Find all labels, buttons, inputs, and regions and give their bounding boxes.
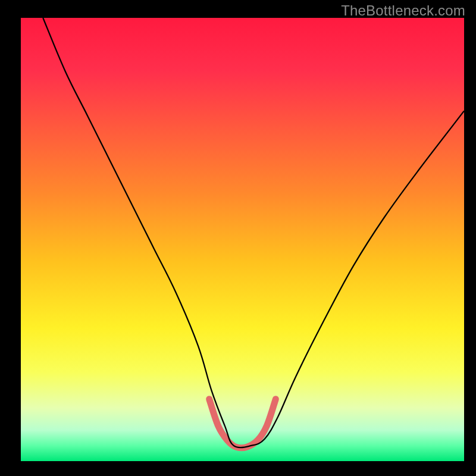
valley-highlight	[209, 399, 276, 448]
plot-area	[21, 18, 464, 461]
curve-layer	[21, 18, 464, 461]
bottleneck-curve	[43, 18, 464, 447]
watermark-text: TheBottleneck.com	[341, 2, 465, 19]
chart-frame: TheBottleneck.com	[0, 0, 476, 476]
